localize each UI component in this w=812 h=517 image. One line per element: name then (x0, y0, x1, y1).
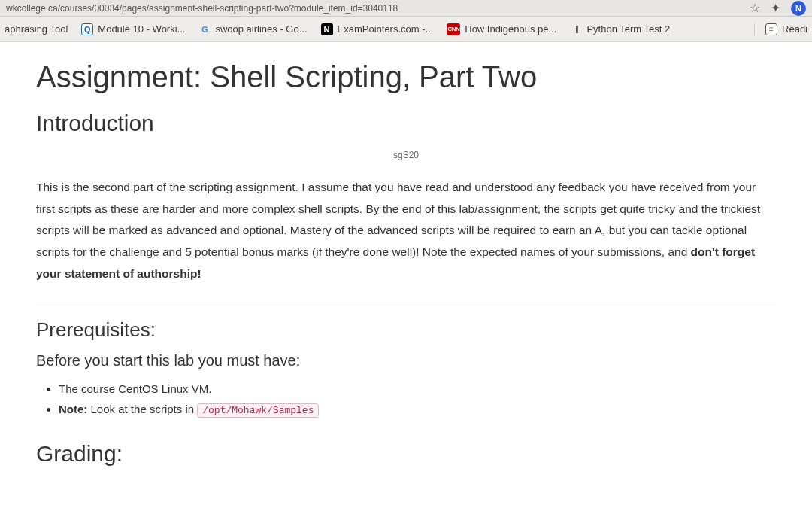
reading-list-icon: ≡ (765, 23, 777, 35)
bookmark-swoop-airlines[interactable]: G swoop airlines - Go... (198, 23, 307, 35)
bookmark-label: ExamPointers.com -... (338, 23, 434, 35)
introduction-heading: Introduction (36, 111, 776, 136)
page-content: Assignment: Shell Scripting, Part Two In… (0, 42, 812, 517)
divider (36, 303, 776, 303)
prerequisites-heading: Prerequisites: (36, 318, 776, 342)
exampointers-icon: N (321, 23, 333, 35)
intro-text: This is the second part of the scripting… (36, 181, 760, 258)
page-title: Assignment: Shell Scripting, Part Two (36, 60, 776, 94)
list-item: The course CentOS Linux VM. (59, 379, 776, 399)
bookmark-python-test[interactable]: ||| Python Term Test 2 (570, 23, 670, 35)
bookmark-module-10[interactable]: Q Module 10 - Worki... (81, 23, 185, 35)
note-label: Note: (59, 403, 87, 415)
bookmark-exampointers[interactable]: N ExamPointers.com -... (321, 23, 434, 35)
google-icon: G (198, 23, 211, 35)
reading-list-button[interactable]: ≡ Readi (754, 23, 807, 35)
note-text: Look at the scripts in (87, 403, 197, 415)
bookmark-label: Python Term Test 2 (586, 23, 670, 35)
bookmark-label: swoop airlines - Go... (215, 23, 307, 35)
bookmarks-bar: aphrasing Tool Q Module 10 - Worki... G … (0, 17, 812, 42)
quizlet-icon: Q (81, 23, 93, 35)
address-bar: wkcollege.ca/courses/00034/pages/assignm… (0, 0, 812, 17)
course-tag: sgS20 (36, 150, 776, 160)
bookmark-indigenous[interactable]: CNN How Indigenous pe... (447, 23, 556, 35)
code-path: /opt/Mohawk/Samples (197, 403, 319, 418)
bookmark-paraphrasing-tool[interactable]: aphrasing Tool (5, 23, 68, 35)
prerequisites-subheading: Before you start this lab you must have: (36, 352, 776, 370)
python-test-icon: ||| (570, 23, 582, 35)
profile-badge[interactable]: N (791, 1, 806, 16)
list-item: Note: Look at the scripts in /opt/Mohawk… (59, 399, 776, 419)
cnn-icon: CNN (447, 23, 460, 35)
introduction-paragraph: This is the second part of the scripting… (36, 177, 776, 284)
prerequisites-list: The course CentOS Linux VM. Note: Look a… (36, 379, 776, 419)
bookmark-label: Module 10 - Worki... (98, 23, 185, 35)
bookmark-label: How Indigenous pe... (465, 23, 556, 35)
extensions-icon[interactable]: ✦ (771, 1, 780, 15)
reading-list-label: Readi (782, 23, 807, 35)
bookmark-label: aphrasing Tool (5, 23, 68, 35)
bookmark-star-icon[interactable]: ☆ (750, 1, 760, 15)
url-text: wkcollege.ca/courses/00034/pages/assignm… (6, 3, 398, 14)
grading-heading-cutoff: Grading: (36, 441, 776, 467)
